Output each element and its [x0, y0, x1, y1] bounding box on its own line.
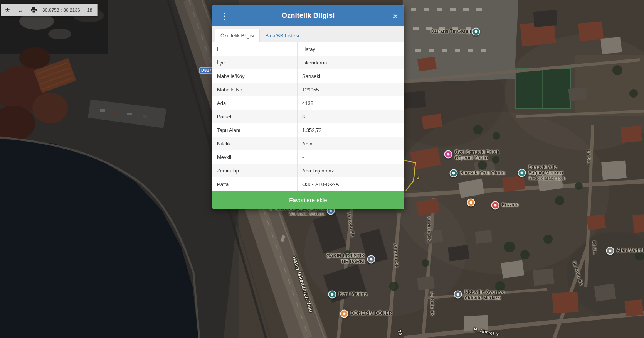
attribute-value: Hatay [298, 42, 315, 56]
table-row: NitelikArsa [212, 137, 404, 150]
marina-icon[interactable] [606, 247, 614, 255]
school-icon[interactable] [450, 169, 458, 177]
attribute-value: 3 [298, 110, 305, 123]
poi-label: Özel Sarıseki ErkekÖğrenci Yurdu [455, 149, 499, 161]
poi-glyph [447, 153, 450, 156]
attribute-label: Tapu Alanı [212, 123, 298, 137]
truck-park-icon[interactable] [367, 255, 375, 264]
truck-garage-icon[interactable] [472, 28, 480, 36]
poi-glyph [475, 30, 478, 33]
poi-label: Kent Makina [339, 291, 367, 297]
poi-label: Eczane [502, 202, 518, 208]
attribute-label: Ada [212, 96, 298, 110]
print-icon[interactable] [27, 4, 40, 16]
kebab-menu-icon[interactable]: ⋮ [221, 12, 229, 20]
street-label: 73 Nolu Sk. [427, 216, 432, 243]
road-shield-d817: D817 [199, 67, 214, 74]
measure-icon[interactable]: ↔ [14, 4, 27, 16]
attribute-value: Ana Taşınmaz [298, 164, 334, 177]
poi-glyph [494, 204, 497, 207]
doner-restaurant-icon[interactable] [340, 310, 348, 318]
street-label: Hatay İskenderun Yolu [292, 255, 314, 313]
street-label: 68 Nolu Sk [572, 260, 584, 286]
table-row: Mahalle No129055 [212, 83, 404, 96]
street-label: 73 Nolu Sk [430, 291, 435, 316]
table-row: Ada4138 [212, 96, 404, 110]
tab-oznitelik-bilgisi[interactable]: Öznitelik Bilgisi [215, 29, 260, 42]
attribute-value: İskenderun [298, 56, 327, 69]
poi-glyph [370, 258, 373, 261]
machine-shop-icon[interactable] [328, 291, 336, 299]
attribute-label: Zemin Tip [212, 164, 298, 177]
attribute-value: 129055 [298, 83, 319, 96]
table-row: Zemin TipAna Taşınmaz [212, 164, 404, 177]
poi-label: Alan Marin D [617, 248, 644, 254]
attribute-value: 4138 [298, 96, 313, 110]
attribute-label: İlçe [212, 56, 298, 69]
attribute-value: O36-D-10-D-2-A [298, 177, 339, 191]
attribute-label: Mahalle/Köy [212, 69, 298, 83]
student-hostel-icon[interactable] [444, 150, 452, 159]
street-label: 74 nolu Sk [393, 243, 399, 268]
poi-label: Öztrans Tır Garajı [430, 29, 471, 34]
poi-label: ÇAKIR LOJİSTİKTIR PARKI [326, 253, 365, 265]
table-row: PaftaO36-D-10-D-2-A [212, 177, 404, 191]
poi-label: Kidsville Oyun veAktivite Merkezi [464, 289, 504, 301]
poi-glyph [331, 293, 334, 296]
poi-glyph [521, 172, 523, 174]
close-icon[interactable]: × [393, 12, 398, 20]
tab-bina-bb-listesi[interactable]: Bina/BB Listesi [260, 29, 304, 42]
add-to-favorites-button[interactable]: Favorilere ekle [212, 191, 404, 209]
cursor-coordinates: 36.6753 : 36.2136 [40, 4, 82, 16]
modal-tabs: Öznitelik Bilgisi Bina/BB Listesi [212, 26, 404, 42]
poi-label: Sarıseki AileSağlığı MerkeziGeçici olara… [528, 164, 565, 181]
attribute-label: Nitelik [212, 137, 298, 150]
attribute-modal: ⋮ Öznitelik Bilgisi × Öznitelik Bilgisi … [212, 5, 404, 209]
poi-label: Sarıseki Orta Okulu [460, 170, 505, 176]
poi-label: DÖNERİM DÖNER [351, 311, 392, 316]
selected-parcel-number: 3 [417, 174, 419, 180]
favorites-star-icon[interactable]: ★ [1, 4, 14, 16]
attribute-table: İlHatayİlçeİskenderunMahalle/KöySarıseki… [212, 42, 404, 191]
attribute-label: Pafta [212, 177, 298, 191]
street-label: H. Ahmet Y [473, 327, 499, 337]
table-row: Mahalle/KöySarıseki [212, 69, 404, 83]
table-row: İlHatay [212, 42, 404, 56]
attribute-value: Arsa [298, 137, 313, 150]
street-label: 66.Sk. [586, 150, 591, 164]
table-row: Mevkii- [212, 150, 404, 164]
map-toolbar: ★ ↔ 36.6753 : 36.2136 18 [1, 4, 98, 16]
health-center-icon[interactable] [518, 169, 526, 177]
poi-glyph [343, 313, 346, 315]
attribute-value: 1.352,73 [298, 123, 322, 137]
zoom-level: 18 [82, 4, 97, 16]
street-label: 66.Sk. [592, 240, 598, 255]
attribute-value: Sarıseki [298, 69, 320, 83]
table-row: İlçeİskenderun [212, 56, 404, 69]
attribute-label: İl [212, 42, 298, 56]
poi-glyph [609, 250, 612, 252]
attribute-label: Parsel [212, 110, 298, 123]
street-label: 75 Nolu Sk. [346, 211, 356, 238]
modal-title: Öznitelik Bilgisi [212, 12, 404, 20]
restaurant-icon[interactable] [467, 199, 475, 207]
pharmacy-icon[interactable] [491, 201, 499, 210]
table-row: Parsel3 [212, 110, 404, 123]
poi-glyph [470, 201, 472, 204]
attribute-label: Mahalle No [212, 83, 298, 96]
attribute-value: - [298, 150, 304, 164]
poi-glyph [452, 172, 455, 175]
table-row: Tapu Alanı1.352,73 [212, 123, 404, 137]
street-label: 74 [397, 329, 403, 336]
poi-glyph [330, 210, 332, 212]
map-viewport[interactable]: Öztrans Tır GarajıÖzel Sarıseki ErkekÖğr… [0, 0, 644, 338]
playground-icon[interactable] [454, 291, 462, 299]
printer-glyph [31, 7, 37, 13]
poi-glyph [457, 293, 459, 296]
attribute-label: Mevkii [212, 150, 298, 164]
modal-header: ⋮ Öznitelik Bilgisi × [212, 5, 404, 26]
